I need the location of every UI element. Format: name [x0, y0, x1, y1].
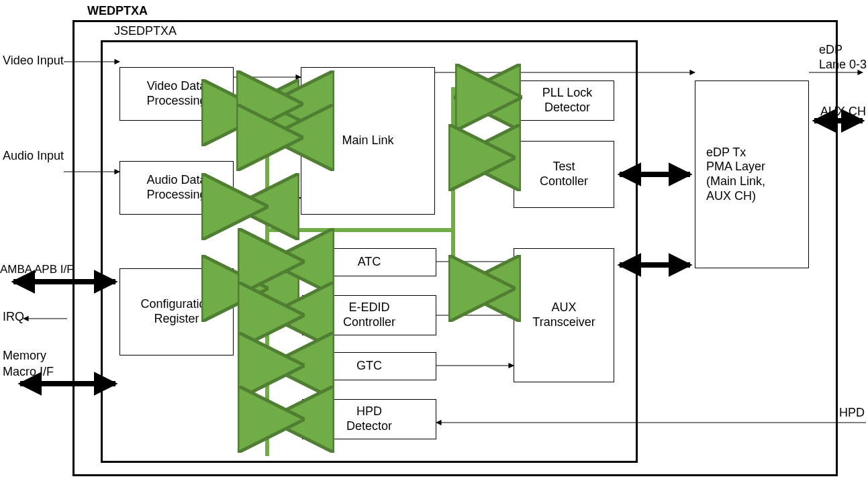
port-memory-l1: Memory: [3, 349, 46, 363]
block-edp-tx-pma-layer: eDP Tx PMA Layer (Main Link, AUX CH): [695, 80, 809, 268]
port-amba-apb: AMBA APB I/F: [0, 263, 74, 276]
green-bus-mid: [265, 228, 455, 232]
block-vdp-l2: Processing: [146, 94, 206, 107]
port-hpd: HPD: [839, 406, 865, 420]
block-hpd-detector: HPDDetector: [302, 399, 436, 439]
port-aux-ch: AUX CH: [820, 105, 866, 119]
block-aux-transceiver: AUXTransceiver: [514, 248, 614, 382]
block-cfg-l2: Register: [154, 312, 199, 325]
port-edp-l1: eDP: [819, 43, 842, 57]
port-memory-l2: Macro I/F: [3, 365, 54, 379]
port-audio-input: Audio Input: [3, 149, 64, 163]
block-gtc: GTC: [302, 352, 436, 380]
block-audio-data-processing: Audio DataProcessing: [119, 161, 234, 215]
block-eedid-l2: Controller: [343, 315, 395, 329]
block-auxt-l2: Transceiver: [532, 315, 595, 329]
block-atc-label: ATC: [358, 255, 381, 270]
block-adp-l1: Audio Data: [146, 173, 206, 186]
block-atc: ATC: [302, 248, 436, 276]
block-cfg-l1: Configuration: [140, 297, 212, 311]
green-bus-right: [451, 87, 455, 295]
block-pma-l2: PMA Layer: [706, 160, 765, 173]
block-main-link-label: Main Link: [342, 133, 393, 148]
diagram-canvas: WEDPTXA JSEDPTXA Video DataProcessing Au…: [0, 0, 868, 491]
port-video-input: Video Input: [3, 54, 64, 68]
port-edp-l2: Lane 0-3: [819, 58, 867, 72]
port-irq: IRQ: [3, 310, 24, 324]
block-vdp-l1: Video Data: [147, 79, 207, 93]
block-hpdd-l2: Detector: [346, 419, 392, 433]
block-adp-l2: Processing: [146, 188, 206, 201]
green-bus-left: [265, 87, 269, 456]
block-hpdd-l1: HPD: [356, 404, 382, 418]
block-pma-l4: AUX CH): [706, 189, 756, 203]
block-pma-l1: eDP Tx: [706, 146, 746, 159]
block-gtc-label: GTC: [356, 359, 382, 374]
block-pll-l2: Detector: [544, 101, 590, 114]
block-test-controller: TestContoller: [514, 141, 614, 208]
block-configuration-register: ConfigurationRegister: [119, 268, 234, 356]
outer-title: WEDPTXA: [87, 4, 148, 18]
block-video-data-processing: Video DataProcessing: [119, 67, 234, 121]
block-main-link: Main Link: [301, 67, 435, 215]
block-auxt-l1: AUX: [551, 301, 576, 314]
block-pll-l1: PLL Lock: [542, 86, 592, 99]
inner-title: JSEDPTXA: [114, 24, 177, 38]
block-eedid-controller: E-EDIDController: [302, 295, 436, 335]
block-test-l2: Contoller: [540, 174, 588, 188]
block-eedid-l1: E-EDID: [348, 301, 389, 314]
block-pll-lock-detector: PLL LockDetector: [520, 80, 614, 121]
block-test-l1: Test: [552, 160, 575, 173]
block-pma-l3: (Main Link,: [706, 174, 765, 188]
